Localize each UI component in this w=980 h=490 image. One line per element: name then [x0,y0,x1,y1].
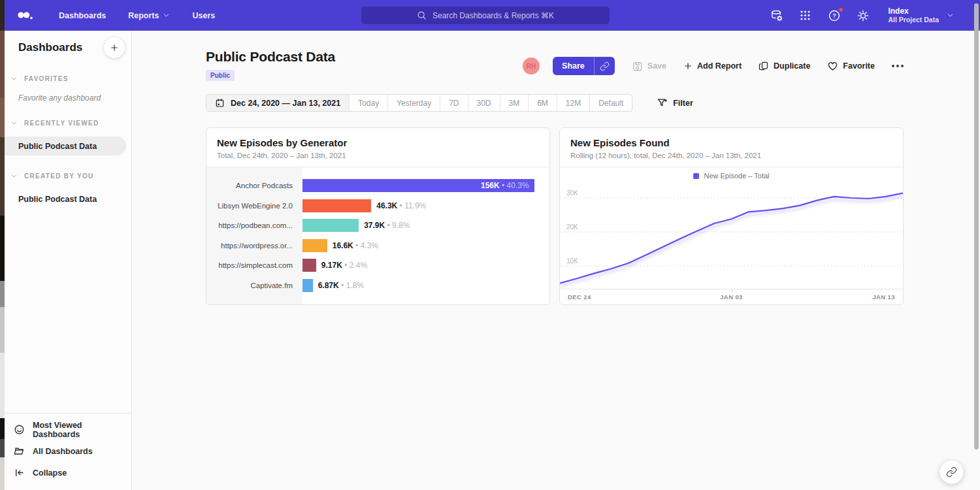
share-link-segment[interactable] [594,57,615,75]
bar-https-wordpress-or[interactable] [302,239,327,252]
preset-yesterday[interactable]: Yesterday [387,95,440,111]
preset-3m[interactable]: 3M [500,95,529,111]
bar-https-podbean-com[interactable] [302,219,359,232]
nav-item-label: Users [192,11,215,20]
app-logo-icon[interactable] [16,10,34,22]
line-series[interactable] [560,193,903,284]
favorite-button[interactable]: Favorite [827,61,875,72]
sidebar-item-public-podcast-data[interactable]: Public Podcast Data [5,137,126,155]
bar-category-label: Anchor Podcasts [206,182,302,189]
bar-chart-header: New Episodes by Generator Total, Dec 24t… [206,128,549,167]
plus-icon [110,43,119,52]
project-subtitle: All Project Data [888,16,939,24]
bar-value-label: 156K • 40.3% [481,179,529,192]
page-scrollbar[interactable] [974,3,979,449]
line-chart-card: New Episodes Found Rolling (12 hours), t… [559,127,904,305]
bar-value-label: 46.3K • 11.9% [376,201,426,210]
bar-row: https://simplecast.com9.17K • 2.4% [206,255,549,276]
bar-chart-plot[interactable]: Anchor Podcasts156K • 40.3%Libsyn WebEng… [206,167,549,304]
sidebar-section: FAVORITESFavorite any dashboard [5,75,131,103]
add-report-button[interactable]: Add Report [683,61,742,71]
filter-button[interactable]: Filter [657,97,693,108]
line-chart-subtitle: Rolling (12 hours), total, Dec 24th, 202… [570,152,892,159]
chevron-down-icon [10,172,18,180]
share-link-fab[interactable] [939,460,964,484]
settings-gear-icon[interactable] [857,9,870,22]
date-range-control: Dec 24, 2020 — Jan 13, 2021 TodayYesterd… [206,94,632,112]
nav-item-reports[interactable]: Reports [128,11,170,20]
save-button[interactable]: Save [632,61,666,72]
sidebar-footer-most-viewed-dashboards[interactable]: Most Viewed Dashboards [5,419,131,440]
sidebar-section-header-recently-viewed[interactable]: RECENTLY VIEWED [5,120,131,127]
avatar[interactable]: RH [523,57,540,74]
bar-category-label: https://simplecast.com [206,261,302,269]
bar-https-simplecast-com[interactable] [302,259,316,272]
sidebar-sections: FAVORITESFavorite any dashboardRECENTLY … [5,75,131,208]
sidebar-footer-all-dashboards[interactable]: All Dashboards [5,440,131,462]
line-chart-header: New Episodes Found Rolling (12 hours), t… [560,128,903,167]
more-options-button[interactable] [892,62,904,70]
bar-anchor-podcasts[interactable]: 156K • 40.3% [302,179,534,192]
search-placeholder: Search Dashboards & Reports ⌘K [433,11,554,20]
nav-item-label: Reports [128,11,159,20]
bar-row: https://podbean.com...37.9K • 9.8% [206,216,549,236]
sidebar-section-header-favorites[interactable]: FAVORITES [5,75,131,82]
save-icon [632,61,643,72]
bar-value-label: 16.6K • 4.3% [333,241,378,250]
y-axis-tick: 30K [566,189,578,197]
bar-category-label: https://podbean.com... [206,221,302,229]
y-axis-tick: 10K [566,257,578,265]
sidebar-footer: Most Viewed DashboardsAll DashboardsColl… [5,413,131,490]
add-dashboard-button[interactable] [104,37,125,58]
legend-swatch-icon [693,173,699,179]
date-controls-row: Dec 24, 2020 — Jan 13, 2021 TodayYesterd… [206,94,904,112]
heart-icon [827,61,838,72]
bar-category-label: Captivate.fm [206,282,302,289]
line-chart-plot[interactable]: New Episode – Total 10K20K30K DEC 24JAN … [560,167,903,304]
preset-6m[interactable]: 6M [528,95,557,111]
bar-value-label: 9.17K • 2.4% [321,261,367,270]
bar-row: Libsyn WebEngine 2.046.3K • 11.9% [206,196,549,216]
nav-right-cluster: ? Index All Project Data [770,0,954,31]
svg-text:?: ? [832,12,836,19]
line-chart-title: New Episodes Found [570,137,892,148]
preset-30d[interactable]: 30D [468,95,500,111]
sidebar-item-public-podcast-data[interactable]: Public Podcast Data [5,189,126,208]
search-icon [417,10,427,20]
folder-icon [14,446,25,457]
sidebar-section-header-created-by-you[interactable]: CREATED BY YOU [5,172,131,180]
dashboard-header: Public Podcast Data Public RH Share Save… [206,49,904,81]
x-axis-tick: JAN 13 [872,293,895,301]
preset-12m[interactable]: 12M [557,95,589,111]
duplicate-button[interactable]: Duplicate [759,61,810,71]
share-button[interactable]: Share [553,57,615,75]
data-settings-icon[interactable] [770,9,783,22]
bar-captivate-fm[interactable] [302,279,313,292]
date-range-button[interactable]: Dec 24, 2020 — Jan 13, 2021 [206,95,349,111]
apps-grid-icon[interactable] [799,9,812,22]
x-axis-tick-mark [732,289,732,292]
nav-item-users[interactable]: Users [192,11,215,20]
notification-badge [838,7,843,12]
chevron-down-icon [10,75,18,82]
sidebar-header: Dashboards [5,31,131,58]
help-icon[interactable]: ? [828,9,841,22]
date-presets: TodayYesterday7D30D3M6M12MDefault [349,95,632,111]
bar-libsyn-webengine-2-0[interactable] [302,199,371,212]
project-switcher[interactable]: Index All Project Data [888,7,954,24]
bar-row: Captivate.fm6.87K • 1.8% [206,276,549,296]
link-icon [946,466,957,478]
search-input[interactable]: Search Dashboards & Reports ⌘K [361,7,610,24]
collapse-icon [14,467,25,478]
preset-default[interactable]: Default [589,95,632,111]
preset-today[interactable]: Today [349,95,387,111]
preset-7d[interactable]: 7D [440,95,467,111]
sidebar-title: Dashboards [18,41,82,54]
sidebar-section: RECENTLY VIEWEDPublic Podcast Data [5,120,131,155]
line-plot-area[interactable]: 10K20K30K [560,184,903,289]
chevron-down-icon [10,120,18,127]
sidebar-footer-collapse[interactable]: Collapse [5,462,131,483]
copy-icon [759,61,769,71]
nav-item-dashboards[interactable]: Dashboards [59,11,106,20]
legend-label: New Episode – Total [704,172,769,180]
